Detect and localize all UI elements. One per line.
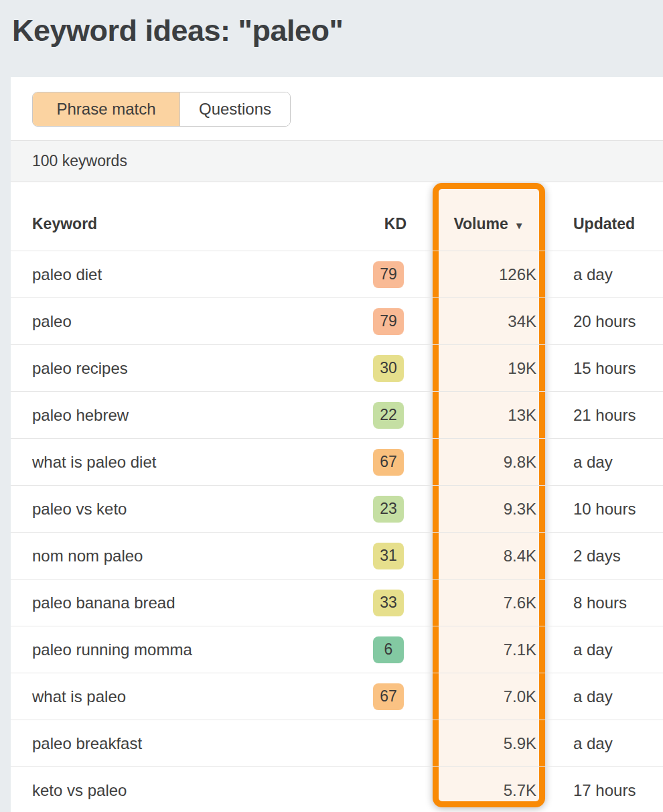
keyword-cell: paleo hebrew <box>32 392 337 438</box>
volume-cell: 5.9K <box>433 720 545 766</box>
keyword-cell: paleo recipes <box>32 345 337 391</box>
keyword-cell: what is paleo <box>32 673 337 720</box>
updated-cell: 10 hours <box>563 486 663 532</box>
column-header-kd[interactable]: KD <box>337 182 407 251</box>
updated-cell: a day <box>563 251 663 297</box>
kd-badge: 79 <box>373 308 404 335</box>
keyword-cell: paleo banana bread <box>32 580 337 626</box>
tab-phrase-match[interactable]: Phrase match <box>33 92 180 126</box>
column-header-volume[interactable]: Volume ▼ <box>433 182 545 251</box>
table-row: paleo vs keto 23 9.3K 10 hours <box>11 486 663 533</box>
table-row: what is paleo 67 7.0K a day <box>11 673 663 720</box>
kd-cell: 33 <box>337 580 407 626</box>
keyword-cell: what is paleo diet <box>32 439 337 485</box>
kd-badge: 67 <box>373 449 404 476</box>
kd-cell: 30 <box>337 345 407 391</box>
updated-cell: 15 hours <box>563 345 663 391</box>
kd-cell: 67 <box>337 673 407 720</box>
kd-cell: 6 <box>337 626 407 673</box>
kd-badge: 22 <box>373 402 404 429</box>
match-type-tabs: Phrase match Questions <box>32 92 291 127</box>
keywords-table: Keyword KD Volume ▼ Updated paleo diet 7… <box>11 182 663 812</box>
volume-cell: 9.3K <box>433 486 545 532</box>
page-title: Keyword ideas: "paleo" <box>12 13 343 48</box>
table-row: paleo hebrew 22 13K 21 hours <box>11 392 663 439</box>
kd-badge: 33 <box>373 590 404 616</box>
keywords-card: Phrase match Questions 100 keywords Keyw… <box>11 77 663 812</box>
table-row: what is paleo diet 67 9.8K a day <box>11 439 663 486</box>
table-row: paleo diet 79 126K a day <box>11 251 663 298</box>
keyword-cell: paleo vs keto <box>32 486 337 532</box>
kd-cell: 67 <box>337 439 407 485</box>
updated-cell: 2 days <box>563 533 663 579</box>
updated-cell: a day <box>563 626 663 673</box>
volume-cell: 7.6K <box>433 580 545 626</box>
keyword-cell: paleo breakfast <box>32 720 337 766</box>
updated-cell: 17 hours <box>563 767 663 812</box>
volume-cell: 7.1K <box>433 626 545 673</box>
sort-caret-down-icon: ▼ <box>514 220 524 231</box>
kd-badge: 30 <box>373 355 404 382</box>
table-row: paleo breakfast 5.9K a day <box>11 720 663 767</box>
table-row: nom nom paleo 31 8.4K 2 days <box>11 533 663 580</box>
table-row: paleo recipes 30 19K 15 hours <box>11 345 663 392</box>
keyword-cell: paleo diet <box>32 251 337 297</box>
table-row: paleo 79 34K 20 hours <box>11 298 663 345</box>
volume-cell: 5.7K <box>433 767 545 812</box>
table-row: paleo banana bread 33 7.6K 8 hours <box>11 580 663 626</box>
keyword-cell: nom nom paleo <box>32 533 337 579</box>
updated-cell: 21 hours <box>563 392 663 438</box>
kd-cell <box>337 767 407 812</box>
kd-cell: 79 <box>337 298 407 344</box>
column-header-keyword[interactable]: Keyword <box>32 182 337 251</box>
kd-badge: 31 <box>373 543 404 569</box>
volume-cell: 126K <box>433 251 545 297</box>
column-header-updated[interactable]: Updated <box>563 182 663 251</box>
updated-cell: a day <box>563 673 663 720</box>
kd-cell: 22 <box>337 392 407 438</box>
keyword-cell: paleo running momma <box>32 626 337 673</box>
volume-cell: 19K <box>433 345 545 391</box>
keyword-cell: keto vs paleo <box>32 767 337 812</box>
keyword-count: 100 keywords <box>32 152 127 170</box>
updated-cell: 20 hours <box>563 298 663 344</box>
tab-questions[interactable]: Questions <box>180 92 290 126</box>
kd-badge: 67 <box>373 683 404 710</box>
volume-cell: 8.4K <box>433 533 545 579</box>
kd-badge: 23 <box>373 496 404 523</box>
volume-cell: 9.8K <box>433 439 545 485</box>
updated-cell: a day <box>563 720 663 766</box>
keyword-count-bar: 100 keywords <box>11 140 663 182</box>
volume-cell: 7.0K <box>433 673 545 720</box>
updated-cell: a day <box>563 439 663 485</box>
column-header-volume-label: Volume <box>453 215 508 233</box>
table-header-row: Keyword KD Volume ▼ Updated <box>11 182 663 251</box>
kd-badge: 6 <box>373 636 404 663</box>
volume-cell: 34K <box>433 298 545 344</box>
updated-cell: 8 hours <box>563 580 663 626</box>
kd-cell: 79 <box>337 251 407 297</box>
volume-cell: 13K <box>433 392 545 438</box>
kd-cell: 31 <box>337 533 407 579</box>
table-row: keto vs paleo 5.7K 17 hours <box>11 767 663 812</box>
keyword-cell: paleo <box>32 298 337 344</box>
table-row: paleo running momma 6 7.1K a day <box>11 626 663 673</box>
kd-badge: 79 <box>373 261 404 288</box>
kd-cell <box>337 720 407 766</box>
kd-cell: 23 <box>337 486 407 532</box>
